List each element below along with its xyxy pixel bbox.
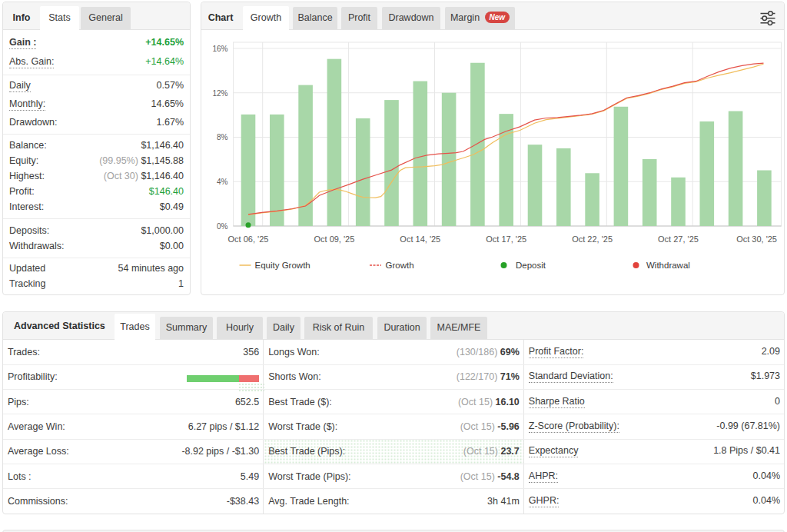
svg-text:8%: 8% (217, 133, 228, 141)
svg-text:12%: 12% (212, 89, 227, 98)
svg-text:4%: 4% (217, 178, 228, 186)
svg-text:16%: 16% (212, 45, 227, 53)
svg-text:Withdrawal: Withdrawal (646, 261, 690, 270)
svg-text:Oct 22, '25: Oct 22, '25 (572, 234, 613, 244)
svg-text:Growth: Growth (386, 261, 414, 270)
svg-text:Oct 27, '25: Oct 27, '25 (658, 234, 699, 244)
svg-text:0%: 0% (217, 222, 228, 231)
svg-text:Oct 06, '25: Oct 06, '25 (228, 234, 269, 244)
svg-text:Oct 14, '25: Oct 14, '25 (400, 234, 440, 244)
svg-text:Deposit: Deposit (516, 261, 546, 270)
svg-text:Oct 17, '25: Oct 17, '25 (486, 234, 526, 244)
svg-text:Oct 09, '25: Oct 09, '25 (314, 234, 354, 244)
svg-text:Oct 30, '25: Oct 30, '25 (736, 234, 777, 244)
svg-text:Equity Growth: Equity Growth (255, 261, 310, 270)
